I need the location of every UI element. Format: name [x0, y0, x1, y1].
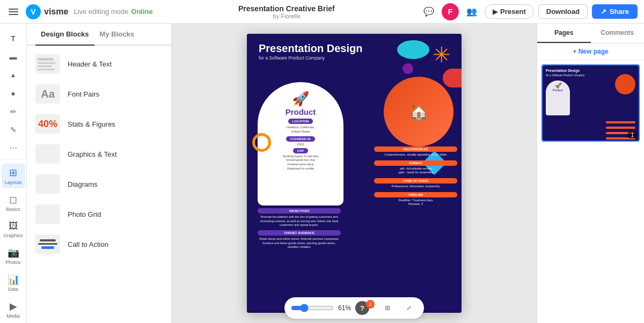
pencil-tool-button[interactable]: ✎ [5, 121, 22, 138]
objectives-value: Promote the platform with the aim of get… [258, 215, 341, 227]
topbar-left: V visme Live editing mode Online [6, 4, 153, 19]
target-badge: TARGET AUDIENCE [258, 230, 341, 236]
pages-panel: Pages Comments + New page Presentation D… [537, 24, 644, 323]
logo-text: visme [44, 7, 68, 17]
rect-tool-button[interactable]: ▬ [5, 48, 22, 65]
pen-tool-button[interactable]: ✏ [5, 103, 22, 120]
block-item-header-text[interactable]: Header & Text [27, 49, 171, 79]
pages-list: Presentation Designfor a Software Produc… [537, 60, 644, 323]
orange-circle: 🏠 [384, 77, 453, 146]
tone-value: Professional, informative, trustworthy [374, 185, 457, 189]
share-button[interactable]: ↗ Share [592, 4, 638, 19]
cta-icon [35, 234, 60, 254]
usp-value: Spotting buyers in real timeOmnichannel … [283, 155, 319, 171]
tab-my-blocks[interactable]: My Blocks [94, 24, 140, 46]
sidebar-item-media[interactable]: ▶ Media [2, 297, 25, 322]
photos-label: Photos [5, 260, 20, 265]
sidebar-item-graphics[interactable]: 🖼 Graphics [2, 217, 25, 241]
design-panel: Design Blocks My Blocks Header & Text [27, 24, 172, 323]
topbar-center: Presentation Creative Brief by Fiorella [157, 4, 416, 19]
topbar-right: 💬 F 👥 ▶ Present Download ↗ Share [420, 3, 638, 20]
orange-ring [252, 133, 271, 152]
page-thumbnail-1[interactable]: Presentation Designfor a Software Produc… [541, 64, 640, 142]
tab-comments[interactable]: Comments [591, 24, 645, 43]
canvas-area[interactable]: ✳ Presentation Design for a Software Pro… [172, 24, 537, 323]
stats-figures-label: Stats & Figures [68, 120, 115, 128]
font-pairs-icon: Aa [35, 84, 60, 104]
objectives-badge: OBJECTIVES [258, 208, 341, 214]
product-label: Product [286, 107, 316, 116]
design-blocks-list: Header & Text Aa Font Pairs 40% Stats & … [27, 46, 171, 323]
thumb-arch: 🚀 Product [546, 80, 570, 115]
document-title: Presentation Creative Brief [238, 4, 335, 13]
graphics-icon: 🖼 [9, 221, 18, 232]
canvas-subtitle: for a Software Product Company [259, 55, 362, 61]
block-item-call-to-action[interactable]: Call to Action [27, 229, 171, 259]
avatar-button[interactable]: F [442, 3, 459, 20]
present-button[interactable]: ▶ Present [485, 4, 534, 19]
edit-mode-label: Live editing mode [74, 8, 128, 16]
block-item-font-pairs[interactable]: Aa Font Pairs [27, 79, 171, 109]
tab-design-blocks[interactable]: Design Blocks [35, 24, 94, 46]
usp-badge: USP [293, 148, 308, 153]
canvas-content: ✳ Presentation Design for a Software Pro… [247, 34, 462, 313]
layouts-label: Layouts [5, 180, 22, 185]
grid-view-button[interactable]: ⊞ [379, 299, 396, 317]
data-icon: 📊 [8, 274, 19, 285]
star-shape: ✳ [433, 42, 451, 67]
thumb-title: Presentation Designfor a Software Produc… [546, 69, 585, 77]
more-tools-button[interactable]: ⋯ [5, 140, 22, 157]
sidebar-item-basics[interactable]: ◻ Basics [2, 190, 25, 215]
tab-pages[interactable]: Pages [537, 24, 591, 43]
page-number: 1 [628, 131, 636, 138]
comment-icon-button[interactable]: 💬 [420, 3, 437, 20]
thumb-orange-circle [615, 74, 635, 94]
location-value: Oakland, California,United States [287, 125, 315, 134]
present-label: Present [500, 8, 526, 16]
fit-view-button[interactable]: ⤢ [400, 299, 418, 317]
diagrams-icon [35, 174, 60, 194]
collaborators-button[interactable]: 👥 [463, 3, 480, 20]
stats-icon: 40% [35, 114, 60, 134]
header-text-icon [35, 54, 60, 74]
text-tool-button[interactable]: T [5, 30, 22, 47]
page-thumb-inner: Presentation Designfor a Software Produc… [543, 65, 639, 141]
timeline-value: Deadline: 7 business daysReviews: 2 [374, 199, 457, 207]
tone-badge: TONE OF VOICE [374, 178, 457, 183]
graphics-text-label: Graphics & Text [68, 150, 117, 158]
diagrams-label: Diagrams [68, 180, 98, 188]
edit-mode-status: Online [131, 8, 152, 16]
block-item-diagrams[interactable]: Diagrams [27, 169, 171, 199]
format-value: .pdf - full editable version.pptx - read… [374, 167, 457, 175]
triangle-tool-button[interactable]: ▲ [5, 67, 22, 84]
main-area: T ▬ ▲ ● ✏ ✎ ⋯ ⊞ Layouts ◻ Basics 🖼 Graph… [0, 24, 644, 323]
panel-tabs: Design Blocks My Blocks [27, 24, 171, 46]
circle-image: 🏠 [384, 77, 453, 146]
font-pairs-icon-glyph: Aa [41, 89, 55, 99]
play-icon: ▶ [493, 8, 497, 16]
font-pairs-label: Font Pairs [68, 90, 99, 98]
notification-badge: 2 [366, 300, 375, 309]
topbar: V visme Live editing mode Online Present… [0, 0, 644, 24]
media-icon: ▶ [10, 300, 17, 312]
block-item-photo-grid[interactable]: Photo Grid [27, 199, 171, 229]
download-button[interactable]: Download [538, 4, 588, 19]
hamburger-button[interactable] [6, 6, 20, 17]
cta-label: Call to Action [68, 240, 108, 248]
purple-circle [402, 63, 413, 74]
block-item-graphics-text[interactable]: Graphics & Text [27, 139, 171, 169]
circle-tool-button[interactable]: ● [5, 85, 22, 102]
new-page-button[interactable]: + New page [537, 43, 644, 60]
basics-label: Basics [6, 207, 20, 212]
sidebar-item-layouts[interactable]: ⊞ Layouts [2, 164, 25, 188]
zoom-slider[interactable] [291, 304, 334, 312]
block-item-stats-figures[interactable]: 40% Stats & Figures [27, 109, 171, 139]
thumb-product: Product [546, 89, 570, 92]
data-label: Data [8, 287, 18, 292]
sidebar-item-photos[interactable]: 📷 Photos [2, 244, 25, 268]
founded-badge: FOUNDED IN [286, 136, 314, 142]
photos-icon: 📷 [8, 247, 19, 259]
stats-icon-glyph: 40% [38, 119, 57, 130]
logo: V visme [26, 4, 68, 19]
sidebar-item-data[interactable]: 📊 Data [2, 270, 25, 295]
